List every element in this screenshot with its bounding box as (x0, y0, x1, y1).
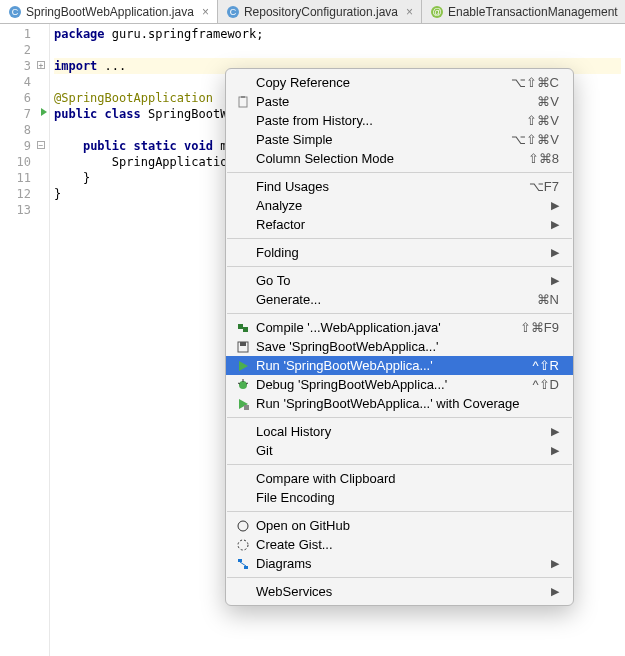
menu-separator (227, 464, 572, 465)
menu-separator (227, 238, 572, 239)
chevron-right-icon: ▶ (551, 585, 559, 598)
svg-rect-22 (244, 566, 248, 569)
coverage-icon (234, 396, 252, 412)
svg-rect-7 (241, 96, 245, 98)
tab-repository[interactable]: C RepositoryConfiguration.java × (218, 0, 422, 23)
svg-point-20 (238, 540, 248, 550)
code-line (54, 42, 621, 58)
svg-rect-18 (244, 405, 249, 410)
menu-open-github[interactable]: Open on GitHub (226, 516, 573, 535)
menu-refactor[interactable]: Refactor▶ (226, 215, 573, 234)
menu-save[interactable]: Save 'SpringBootWebApplica...' (226, 337, 573, 356)
fold-icon[interactable]: + (37, 61, 45, 69)
svg-line-23 (240, 562, 246, 566)
line-number: 3+ (0, 58, 49, 74)
line-number: 6 (0, 90, 49, 106)
line-number: 13 (0, 202, 49, 218)
menu-diagrams[interactable]: Diagrams▶ (226, 554, 573, 573)
svg-point-19 (238, 521, 248, 531)
line-number: 7 (0, 106, 49, 122)
line-number: 9− (0, 138, 49, 154)
debug-icon (234, 377, 252, 393)
class-icon: C (8, 5, 22, 19)
menu-compile[interactable]: Compile '...WebApplication.java'⇧⌘F9 (226, 318, 573, 337)
menu-separator (227, 313, 572, 314)
clipboard-icon (234, 94, 252, 110)
svg-rect-21 (238, 559, 242, 562)
menu-folding[interactable]: Folding▶ (226, 243, 573, 262)
close-icon[interactable]: × (202, 5, 209, 19)
code-line: package guru.springframework; (54, 26, 621, 42)
line-number: 1 (0, 26, 49, 42)
chevron-right-icon: ▶ (551, 444, 559, 457)
menu-compare-clipboard[interactable]: Compare with Clipboard (226, 469, 573, 488)
menu-analyze[interactable]: Analyze▶ (226, 196, 573, 215)
line-number: 4 (0, 74, 49, 90)
menu-copy-reference[interactable]: Copy Reference⌥⇧⌘C (226, 73, 573, 92)
menu-file-encoding[interactable]: File Encoding (226, 488, 573, 507)
svg-point-13 (239, 381, 247, 389)
editor-tabs: C SpringBootWebApplication.java × C Repo… (0, 0, 625, 24)
svg-rect-11 (240, 342, 246, 346)
save-icon (234, 339, 252, 355)
tab-label: SpringBootWebApplication.java (26, 5, 194, 19)
line-number: 2 (0, 42, 49, 58)
menu-local-history[interactable]: Local History▶ (226, 422, 573, 441)
diagram-icon (234, 556, 252, 572)
gist-icon (234, 537, 252, 553)
menu-separator (227, 172, 572, 173)
chevron-right-icon: ▶ (551, 218, 559, 231)
menu-paste-history[interactable]: Paste from History...⇧⌘V (226, 111, 573, 130)
chevron-right-icon: ▶ (551, 199, 559, 212)
svg-text:@: @ (432, 7, 441, 17)
svg-text:C: C (12, 7, 19, 17)
menu-debug[interactable]: Debug 'SpringBootWebApplica...'^⇧D (226, 375, 573, 394)
chevron-right-icon: ▶ (551, 425, 559, 438)
menu-separator (227, 577, 572, 578)
menu-create-gist[interactable]: Create Gist... (226, 535, 573, 554)
svg-rect-6 (239, 97, 247, 107)
menu-separator (227, 511, 572, 512)
menu-column-selection[interactable]: Column Selection Mode⇧⌘8 (226, 149, 573, 168)
menu-separator (227, 417, 572, 418)
tab-label: EnableTransactionManagement (448, 5, 618, 19)
line-number: 12 (0, 186, 49, 202)
menu-run[interactable]: Run 'SpringBootWebApplica...'^⇧R (226, 356, 573, 375)
line-number: 8 (0, 122, 49, 138)
svg-marker-12 (239, 361, 248, 371)
chevron-right-icon: ▶ (551, 557, 559, 570)
svg-rect-9 (243, 327, 248, 332)
run-gutter-icon[interactable] (41, 108, 47, 116)
run-icon (234, 358, 252, 374)
tab-springboot[interactable]: C SpringBootWebApplication.java × (0, 0, 218, 23)
class-icon: C (226, 5, 240, 19)
github-icon (234, 518, 252, 534)
chevron-right-icon: ▶ (551, 246, 559, 259)
chevron-right-icon: ▶ (551, 274, 559, 287)
context-menu: Copy Reference⌥⇧⌘C Paste⌘V Paste from Hi… (225, 68, 574, 606)
menu-goto[interactable]: Go To▶ (226, 271, 573, 290)
menu-run-coverage[interactable]: Run 'SpringBootWebApplica...' with Cover… (226, 394, 573, 413)
svg-rect-8 (238, 324, 243, 329)
menu-paste[interactable]: Paste⌘V (226, 92, 573, 111)
close-icon[interactable]: × (406, 5, 413, 19)
menu-paste-simple[interactable]: Paste Simple⌥⇧⌘V (226, 130, 573, 149)
menu-generate[interactable]: Generate...⌘N (226, 290, 573, 309)
tab-enabletx[interactable]: @ EnableTransactionManagement (422, 0, 625, 23)
line-number: 11 (0, 170, 49, 186)
menu-find-usages[interactable]: Find Usages⌥F7 (226, 177, 573, 196)
svg-text:C: C (230, 7, 237, 17)
menu-separator (227, 266, 572, 267)
fold-icon[interactable]: − (37, 141, 45, 149)
menu-webservices[interactable]: WebServices▶ (226, 582, 573, 601)
compile-icon (234, 320, 252, 336)
gutter: 1 2 3+ 4 6 7 8 9− 10 11 12 13 (0, 24, 50, 656)
menu-git[interactable]: Git▶ (226, 441, 573, 460)
annotation-icon: @ (430, 5, 444, 19)
line-number: 10 (0, 154, 49, 170)
tab-label: RepositoryConfiguration.java (244, 5, 398, 19)
